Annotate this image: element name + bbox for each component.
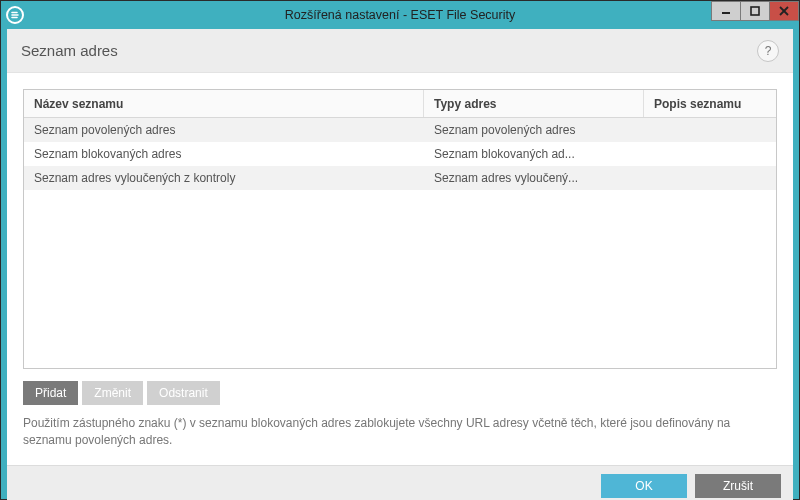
section-header: Seznam adres ? xyxy=(7,29,793,73)
table-header: Název seznamu Typy adres Popis seznamu xyxy=(24,90,776,118)
remove-button: Odstranit xyxy=(147,381,220,405)
cancel-button[interactable]: Zrušit xyxy=(695,474,781,498)
add-button[interactable]: Přidat xyxy=(23,381,78,405)
table-body: Seznam povolených adres Seznam povolenýc… xyxy=(24,118,776,368)
column-desc[interactable]: Popis seznamu xyxy=(644,90,776,117)
section-title: Seznam adres xyxy=(21,42,118,59)
hint-text: Použitím zástupného znaku (*) v seznamu … xyxy=(23,415,763,449)
column-types[interactable]: Typy adres xyxy=(424,90,644,117)
minimize-button[interactable] xyxy=(711,1,741,21)
window-controls xyxy=(712,1,799,29)
cell-types: Seznam blokovaných ad... xyxy=(424,147,644,161)
edit-button: Změnit xyxy=(82,381,143,405)
table-row[interactable]: Seznam blokovaných adres Seznam blokovan… xyxy=(24,142,776,166)
body: Název seznamu Typy adres Popis seznamu S… xyxy=(7,73,793,465)
column-name[interactable]: Název seznamu xyxy=(24,90,424,117)
table-row[interactable]: Seznam povolených adres Seznam povolenýc… xyxy=(24,118,776,142)
close-button[interactable] xyxy=(769,1,799,21)
cell-name: Seznam adres vyloučených z kontroly xyxy=(24,171,424,185)
help-button[interactable]: ? xyxy=(757,40,779,62)
window-title: Rozšířená nastavení - ESET File Security xyxy=(1,8,799,22)
cell-name: Seznam blokovaných adres xyxy=(24,147,424,161)
maximize-button[interactable] xyxy=(740,1,770,21)
cell-name: Seznam povolených adres xyxy=(24,123,424,137)
window-root: Rozšířená nastavení - ESET File Security… xyxy=(0,0,800,500)
action-buttons: Přidat Změnit Odstranit xyxy=(23,381,777,405)
table-row[interactable]: Seznam adres vyloučených z kontroly Sezn… xyxy=(24,166,776,190)
ok-button[interactable]: OK xyxy=(601,474,687,498)
footer: OK Zrušit xyxy=(7,465,793,500)
app-logo xyxy=(1,1,29,29)
client-area: Seznam adres ? Název seznamu Typy adres … xyxy=(7,29,793,500)
address-lists-table: Název seznamu Typy adres Popis seznamu S… xyxy=(23,89,777,369)
titlebar: Rozšířená nastavení - ESET File Security xyxy=(1,1,799,29)
cell-types: Seznam povolených adres xyxy=(424,123,644,137)
svg-rect-2 xyxy=(751,7,759,15)
cell-types: Seznam adres vyloučený... xyxy=(424,171,644,185)
